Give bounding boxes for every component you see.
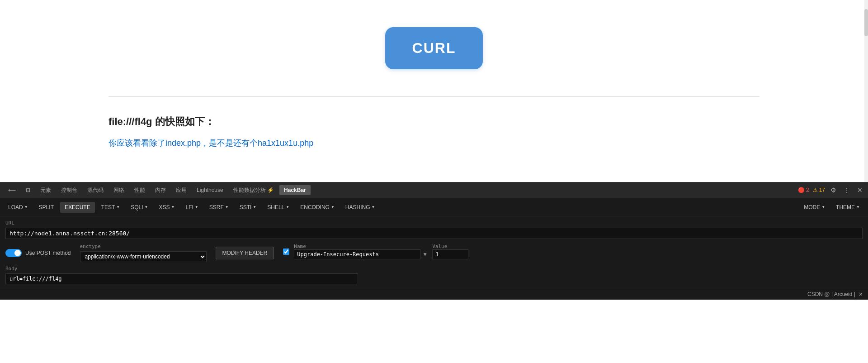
curl-button-container: CURL [385, 27, 483, 69]
main-content: CURL file:///fl4g 的快照如下： 你应该看看除了index.ph… [0, 0, 868, 182]
enctype-select[interactable]: application/x-www-form-urlencoded multip… [80, 251, 207, 262]
post-row: Use POST method enctype application/x-ww… [5, 244, 863, 262]
ssti-button[interactable]: SSTI ▼ [235, 202, 261, 213]
warn-count: 17 [819, 187, 825, 193]
curl-button[interactable]: CURL [385, 27, 483, 69]
status-bar: CSDN @ | Arcueid | × [0, 288, 868, 300]
devtools-right: 🔴 2 ⚠ 17 ⚙ ⋮ ✕ [798, 186, 864, 195]
scrollbar-track[interactable] [864, 0, 868, 182]
load-label: LOAD [8, 204, 23, 210]
lfi-button[interactable]: LFI ▼ [181, 202, 203, 213]
devtools-tab-performance[interactable]: 性能 [130, 185, 150, 196]
split-label: SPLIT [39, 204, 54, 210]
header-row: Name ▼ Value [283, 244, 468, 259]
mode-arrow: ▼ [821, 205, 825, 209]
devtools-tab-memory[interactable]: 内存 [151, 185, 170, 196]
ssrf-arrow: ▼ [225, 205, 229, 209]
sqli-label: SQLI [131, 204, 143, 210]
mode-button[interactable]: MODE ▼ [799, 202, 830, 213]
error-count: 2 [806, 187, 809, 193]
header-value-label: Value [432, 244, 468, 249]
content-section: file:///fl4g 的快照如下： 你应该看看除了index.php，是不是… [108, 106, 760, 153]
ssrf-button[interactable]: SSRF ▼ [205, 202, 233, 213]
lfi-arrow: ▼ [195, 205, 198, 209]
encoding-button[interactable]: ENCODING ▼ [296, 202, 339, 213]
header-name-arrow[interactable]: ▼ [422, 251, 428, 258]
divider [108, 96, 760, 97]
shell-arrow: ▼ [286, 205, 289, 209]
hackbar-toolbar: LOAD ▼ SPLIT EXECUTE TEST ▼ SQLI ▼ XSS ▼… [0, 198, 868, 216]
devtools-tab-console[interactable]: 控制台 [57, 185, 82, 196]
devtools-tab-lighthouse[interactable]: Lighthouse [192, 185, 228, 195]
mode-label: MODE [804, 204, 820, 210]
devtools-tab-sources[interactable]: 源代码 [83, 185, 108, 196]
xss-arrow: ▼ [171, 205, 175, 209]
execute-label: EXECUTE [65, 204, 90, 210]
theme-button[interactable]: THEME ▼ [831, 202, 864, 213]
ssti-label: SSTI [240, 204, 252, 210]
encoding-arrow: ▼ [331, 205, 335, 209]
post-toggle[interactable] [5, 249, 22, 257]
error-badge: 🔴 2 [798, 187, 809, 193]
hackbar-body: URL Use POST method enctype application/… [0, 216, 868, 288]
enctype-section: enctype application/x-www-form-urlencode… [80, 244, 207, 262]
settings-icon[interactable]: ⚙ [829, 186, 838, 195]
url-label: URL [5, 220, 863, 226]
header-checkbox-cell [283, 248, 289, 255]
hashing-arrow: ▼ [372, 205, 375, 209]
body-input[interactable] [5, 273, 358, 284]
warn-icon: ⚠ [813, 187, 818, 193]
header-value-section: Value [432, 244, 468, 259]
xss-button[interactable]: XSS ▼ [155, 202, 179, 213]
close-devtools-icon[interactable]: ✕ [855, 186, 864, 195]
file-title: file:///fl4g 的快照如下： [108, 115, 760, 129]
post-toggle-label: Use POST method [25, 250, 71, 256]
devtools-tab-inspect[interactable]: ⊡ [21, 185, 35, 195]
hint-text: 你应该看看除了index.php，是不是还有个ha1x1ux1u.php [108, 138, 760, 148]
load-button[interactable]: LOAD ▼ [4, 202, 33, 213]
header-name-input[interactable] [294, 249, 420, 259]
test-arrow: ▼ [116, 205, 120, 209]
hackbar-right-buttons: MODE ▼ THEME ▼ [799, 202, 864, 213]
header-value-input[interactable] [432, 249, 468, 259]
shell-label: SHELL [267, 204, 284, 210]
header-checkbox[interactable] [283, 248, 289, 255]
devtools-tab-elements[interactable]: 元素 [36, 185, 56, 196]
lfi-label: LFI [185, 204, 193, 210]
devtools-tab-network[interactable]: 网络 [109, 185, 129, 196]
hashing-button[interactable]: HASHING ▼ [341, 202, 380, 213]
devtools-tab-application[interactable]: 应用 [171, 185, 191, 196]
split-button[interactable]: SPLIT [34, 202, 58, 213]
body-label: Body [5, 266, 863, 272]
devtools-bar: ⟵ ⊡ 元素 控制台 源代码 网络 性能 内存 应用 Lighthouse 性能… [0, 182, 868, 198]
load-arrow: ▼ [24, 205, 28, 209]
encoding-label: ENCODING [300, 204, 330, 210]
test-button[interactable]: TEST ▼ [97, 202, 125, 213]
test-label: TEST [101, 204, 115, 210]
error-icon: 🔴 [798, 187, 805, 193]
more-icon[interactable]: ⋮ [842, 186, 852, 195]
devtools-tab-back[interactable]: ⟵ [4, 185, 20, 195]
sqli-button[interactable]: SQLI ▼ [126, 202, 152, 213]
header-name-label: Name [294, 244, 428, 249]
theme-label: THEME [836, 204, 855, 210]
execute-button[interactable]: EXECUTE [60, 202, 95, 213]
devtools-tabs: ⟵ ⊡ 元素 控制台 源代码 网络 性能 内存 应用 Lighthouse 性能… [4, 185, 798, 196]
scrollbar-thumb[interactable] [864, 9, 868, 36]
csdn-label: CSDN @ | Arcueid | [807, 291, 855, 297]
header-name-section: Name ▼ [294, 244, 428, 259]
shell-button[interactable]: SHELL ▼ [263, 202, 294, 213]
xss-label: XSS [159, 204, 170, 210]
devtools-tab-hackbar[interactable]: HackBar [279, 185, 311, 195]
sqli-arrow: ▼ [145, 205, 148, 209]
ssti-arrow: ▼ [253, 205, 256, 209]
status-close-button[interactable]: × [859, 291, 863, 298]
devtools-tab-profiler[interactable]: 性能数据分析 ⚡ [229, 185, 278, 196]
ssrf-label: SSRF [209, 204, 224, 210]
url-input[interactable] [5, 228, 863, 239]
modify-header-button[interactable]: MODIFY HEADER [216, 247, 274, 259]
warn-badge: ⚠ 17 [813, 187, 825, 193]
theme-arrow: ▼ [856, 205, 860, 209]
toggle-container: Use POST method [5, 249, 71, 257]
enctype-label: enctype [80, 244, 207, 249]
